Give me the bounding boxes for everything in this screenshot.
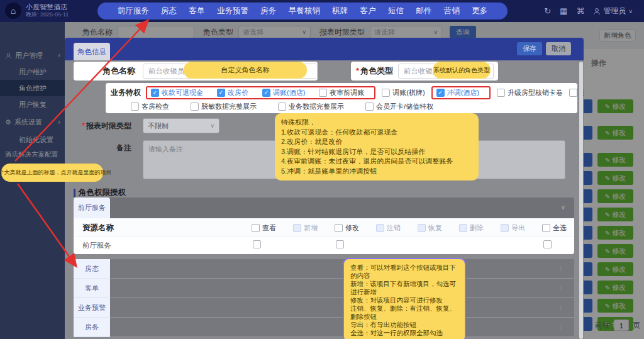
accordion-row-房态[interactable]: 房态〉 [74, 259, 574, 279]
chevron-right-icon: 〉 [559, 284, 565, 293]
nav-item-邮件[interactable]: 邮件 [416, 6, 431, 16]
checkbox[interactable] [191, 103, 199, 111]
red-highlight-box: 收款可退现金改房价调账(酒店)夜审前调账 [146, 86, 375, 99]
nav-item-营销[interactable]: 营销 [444, 6, 460, 16]
column-查看[interactable]: 查看 [252, 223, 276, 233]
privilege-夜审前调账[interactable]: 夜审前调账 [319, 88, 364, 97]
column-修改[interactable]: 修改 [335, 223, 359, 233]
report-limit-select[interactable]: 不限制∨ [143, 118, 219, 133]
fullscreen-icon[interactable]: ⌘ [576, 6, 584, 16]
note-category-explanation: 这个大类就是上面的标题，点开就是里面的项目 [1, 164, 103, 182]
tab-role-info[interactable]: 角色信息 [74, 43, 110, 60]
hotel-name: 小度智慧酒店 [26, 3, 69, 11]
checkbox[interactable] [542, 224, 550, 232]
checkbox[interactable] [217, 89, 225, 97]
checkbox [459, 224, 467, 232]
checkbox[interactable] [569, 89, 577, 97]
apps-icon[interactable]: ▦ [560, 6, 567, 16]
section-tab-房态[interactable]: 房态 [74, 259, 110, 279]
role-type-label: *角色类型 [356, 65, 393, 77]
checkbox[interactable] [252, 224, 260, 232]
nav-item-前厅服务[interactable]: 前厅服务 [118, 6, 149, 16]
checkbox[interactable] [382, 89, 390, 97]
cancel-button[interactable]: 取消 [546, 42, 571, 55]
checkbox[interactable] [151, 89, 159, 97]
privilege-收款可退现金[interactable]: 收款可退现金 [151, 88, 203, 97]
hotel-logo-icon: ⌂ [5, 3, 21, 19]
nav-item-短信[interactable]: 短信 [388, 6, 404, 16]
report-limit-label: *报表时限类型 [74, 118, 131, 133]
user-name: 管理员 [603, 6, 626, 16]
privilege-客房检查[interactable]: 客房检查 [131, 102, 169, 111]
red-highlight-box: 冲调(酒店) [431, 86, 491, 99]
note-permission-explanation: 查看：可以对看到这个按钮或项目下的内容新增：该项目下有新增项目，勾选可进行新增修… [343, 258, 466, 339]
column-注销[interactable]: 注销 [376, 223, 401, 233]
business-privileges-box: 业务特权 收款可退现金改房价调账(酒店)夜审前调账调账(棋牌)冲调(酒店)升级房… [106, 83, 577, 113]
privilege-升级房型核销卡卷[interactable]: 升级房型核销卡卷 [497, 88, 563, 97]
checkbox[interactable] [131, 103, 139, 111]
tab-front-office[interactable]: 前厅服务 [74, 197, 110, 218]
nav-item-房态[interactable]: 房态 [161, 6, 177, 16]
column-新增[interactable]: 新增 [293, 223, 318, 233]
section-tab-客单[interactable]: 客单 [74, 279, 110, 298]
column-导出[interactable]: 导出 [501, 223, 525, 233]
nav-item-棋牌[interactable]: 棋牌 [332, 6, 348, 16]
column-删除[interactable]: 删除 [459, 223, 484, 233]
privilege-调账(棋牌)[interactable]: 调账(棋牌) [382, 88, 425, 97]
top-nav: 前厅服务房态客单业务预警房务早餐核销棋牌客户短信邮件营销更多 [97, 3, 508, 19]
nav-item-早餐核销[interactable]: 早餐核销 [289, 6, 320, 16]
column-恢复[interactable]: 恢复 [418, 223, 442, 233]
authorization-section-title: 角色权限授权 [74, 187, 126, 198]
save-button[interactable]: 保存 [517, 42, 542, 55]
checkbox [501, 224, 509, 232]
chevron-down-icon: ∨ [628, 8, 633, 14]
role-info-modal: 角色信息 保存 取消 角色名称 前台收银员 *角色类型 前台收银员 业务特权 收… [65, 38, 584, 339]
note-custom-role-name: 自定义角色名称 [184, 62, 307, 79]
checkbox[interactable] [365, 103, 374, 111]
column-全选[interactable]: 全选 [542, 223, 567, 233]
checkbox[interactable] [278, 103, 286, 111]
checkbox [418, 224, 426, 232]
user-menu[interactable]: 管理员 ∨ [593, 6, 633, 16]
note-default-role-type: 系统默认的角色类型 [433, 62, 491, 79]
section-tab-业务预警[interactable]: 业务预警 [74, 298, 110, 318]
chevron-right-icon: 〉 [559, 265, 565, 274]
note-special-privileges: 特殊权限，1.收款可退现金：任何收款都可退现金2.改房价：就是改价3.调账：针对… [275, 113, 479, 181]
row-checkbox-查看[interactable] [253, 240, 261, 248]
privilege-调账(酒店)[interactable]: 调账(酒店) [262, 88, 305, 97]
accordion-header-front-office[interactable]: 前厅服务 ∨ [74, 197, 574, 218]
privilege-业务数据完整展示[interactable]: 业务数据完整展示 [278, 102, 344, 111]
row-checkbox-修改[interactable] [336, 240, 344, 248]
nav-item-更多[interactable]: 更多 [472, 6, 487, 16]
nav-item-业务预警[interactable]: 业务预警 [217, 6, 248, 16]
permission-row-name: 前厅服务 [82, 241, 111, 250]
privilege-会员开卡/储值特权[interactable]: 会员开卡/储值特权 [365, 102, 433, 111]
remark-label: 备注 [74, 140, 131, 155]
checkbox[interactable] [497, 89, 505, 97]
user-icon [593, 8, 601, 15]
nav-item-房务[interactable]: 房务 [260, 6, 276, 16]
accordion-row-业务预警[interactable]: 业务预警〉 [74, 298, 574, 318]
privilege-改房价[interactable]: 改房价 [217, 88, 248, 97]
checkbox[interactable] [335, 224, 343, 232]
nav-item-客户[interactable]: 客户 [360, 6, 376, 16]
refresh-icon[interactable]: ↻ [544, 6, 551, 16]
brand: ⌂ 小度智慧酒店 晚班: 2025-05-11 [5, 3, 69, 19]
privilege-脱敏数据完整展示[interactable]: 脱敏数据完整展示 [191, 102, 257, 111]
chevron-down-icon: ∨ [561, 204, 565, 211]
checkbox[interactable] [262, 89, 270, 97]
modal-scrollbar[interactable] [579, 62, 583, 339]
section-accent-bar [74, 189, 75, 197]
privilege-冲调(酒店)[interactable]: 冲调(酒店) [436, 88, 479, 97]
checkbox [376, 224, 384, 232]
row-checkbox-全选[interactable] [543, 240, 552, 248]
section-tab-房务[interactable]: 房务 [74, 318, 110, 337]
accordion-row-客单[interactable]: 客单〉 [74, 279, 574, 298]
resource-name-header: 资源名称 [82, 223, 114, 233]
checkbox[interactable] [436, 89, 445, 97]
nav-item-客单[interactable]: 客单 [189, 6, 205, 16]
accordion-row-房务[interactable]: 房务〉 [74, 318, 574, 337]
permission-table-header: 资源名称 查看新增修改注销恢复删除导出全选 [74, 218, 574, 236]
checkbox[interactable] [319, 89, 327, 97]
permission-table: 资源名称 查看新增修改注销恢复删除导出全选 前厅服务 [74, 218, 574, 254]
